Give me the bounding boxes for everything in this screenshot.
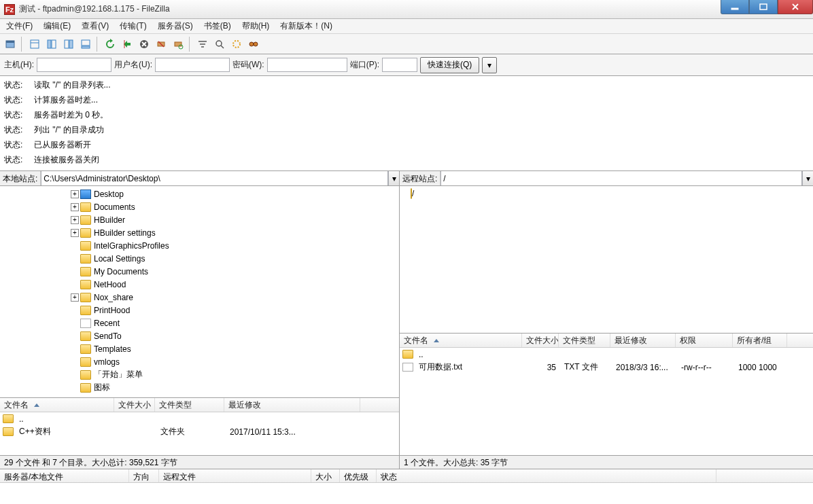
tree-expander[interactable]: +: [71, 216, 79, 224]
tree-node[interactable]: Documents: [94, 202, 135, 212]
site-manager-icon[interactable]: [3, 37, 18, 52]
local-path-input[interactable]: [41, 171, 388, 185]
remote-file-list[interactable]: ..可用数据.txt35TXT 文件2018/3/3 16:...-rw-r--…: [400, 348, 813, 455]
tree-expander: [71, 306, 79, 314]
username-label: 用户名(U):: [114, 59, 152, 71]
tree-node[interactable]: Recent: [94, 319, 120, 328]
file-row[interactable]: 可用数据.txt35TXT 文件2018/3/3 16:...-rw-r--r-…: [400, 361, 813, 374]
username-input[interactable]: [155, 58, 230, 72]
toggle-local-tree-icon[interactable]: [44, 37, 59, 52]
tree-expander[interactable]: +: [71, 190, 79, 198]
file-row[interactable]: ..: [400, 348, 813, 361]
disconnect-icon[interactable]: [154, 37, 169, 52]
menu-item[interactable]: 有新版本！(N): [277, 19, 336, 33]
remote-path-dropdown[interactable]: ▾: [802, 171, 813, 185]
tree-node[interactable]: vmlogs: [94, 357, 120, 367]
file-row[interactable]: C++资料文件夹2017/10/11 15:3...: [0, 425, 399, 438]
toggle-queue-icon[interactable]: [78, 37, 93, 52]
quick-connect-button[interactable]: 快速连接(Q): [420, 57, 479, 73]
column-header[interactable]: 文件大小: [114, 398, 155, 412]
host-label: 主机(H):: [4, 59, 34, 71]
tree-expander: [71, 358, 79, 366]
column-header[interactable]: 优先级: [340, 469, 377, 482]
tree-node[interactable]: IntelGraphicsProfiles: [94, 241, 169, 251]
log-label: 状态:: [4, 107, 24, 122]
tree-node[interactable]: Templates: [94, 344, 131, 354]
tree-node[interactable]: 图标: [94, 382, 110, 393]
search-icon[interactable]: [212, 37, 227, 52]
tree-node[interactable]: HBuilder: [94, 215, 125, 225]
menu-item[interactable]: 编辑(E): [40, 19, 74, 33]
remote-path-input[interactable]: [440, 171, 802, 185]
process-queue-icon[interactable]: [120, 37, 135, 52]
tree-expander: [71, 242, 79, 250]
menu-item[interactable]: 传输(T): [116, 19, 150, 33]
menu-item[interactable]: 查看(V): [78, 19, 112, 33]
remote-list-header[interactable]: 文件名文件大小文件类型最近修改权限所有者/组: [400, 334, 813, 348]
filter-icon[interactable]: [195, 37, 210, 52]
column-header[interactable]: 所有者/组: [733, 334, 787, 347]
remote-root-node[interactable]: /: [412, 189, 414, 198]
menu-item[interactable]: 文件(F): [3, 19, 36, 33]
column-header[interactable]: 权限: [676, 334, 733, 347]
local-list-header[interactable]: 文件名文件大小文件类型最近修改: [0, 398, 399, 412]
local-site-bar: 本地站点: ▾: [0, 171, 399, 186]
tree-node[interactable]: Local Settings: [94, 254, 145, 264]
column-header[interactable]: 最近修改: [610, 334, 676, 347]
column-header[interactable]: 方向: [129, 469, 159, 482]
tree-node[interactable]: NetHood: [94, 280, 126, 289]
column-header[interactable]: 远程文件: [159, 469, 311, 482]
maximize-button[interactable]: [749, 0, 778, 14]
refresh-icon[interactable]: [103, 37, 118, 52]
file-icon: [402, 350, 413, 359]
menu-item[interactable]: 服务器(S): [154, 19, 196, 33]
file-row[interactable]: ..: [0, 412, 399, 425]
password-input[interactable]: [267, 58, 347, 72]
column-header[interactable]: 文件名: [400, 334, 522, 347]
remote-directory-tree[interactable]: /: [400, 186, 813, 334]
transfer-queue-header[interactable]: 服务器/本地文件方向远程文件大小优先级状态: [0, 469, 813, 483]
local-directory-tree[interactable]: +Desktop+Documents+HBuilder+HBuilder set…: [0, 186, 399, 398]
tree-node[interactable]: 「开始」菜单: [94, 369, 143, 380]
tree-expander: [71, 255, 79, 263]
tree-node[interactable]: My Documents: [94, 267, 148, 276]
tree-node[interactable]: Desktop: [94, 190, 124, 199]
column-header[interactable]: 文件大小: [522, 334, 559, 347]
local-file-list[interactable]: ..C++资料文件夹2017/10/11 15:3...: [0, 412, 399, 455]
menu-item[interactable]: 帮助(H): [239, 19, 273, 33]
toggle-log-icon[interactable]: [27, 37, 42, 52]
minimize-button[interactable]: [721, 0, 749, 14]
column-header[interactable]: 文件类型: [155, 398, 224, 412]
column-header[interactable]: 最近修改: [224, 398, 360, 412]
folder-icon: [80, 254, 91, 264]
host-input[interactable]: [37, 58, 111, 72]
tree-node[interactable]: PrintHood: [94, 306, 130, 315]
column-header[interactable]: 服务器/本地文件: [0, 469, 129, 482]
local-path-dropdown[interactable]: ▾: [388, 171, 399, 185]
folder-icon: [3, 414, 14, 423]
column-header[interactable]: 文件类型: [559, 334, 610, 347]
column-header[interactable]: 文件名: [0, 398, 114, 412]
folder-icon: [3, 427, 14, 436]
menu-item[interactable]: 书签(B): [201, 19, 235, 33]
close-button[interactable]: [778, 0, 813, 14]
column-header[interactable]: 大小: [311, 469, 340, 482]
title-bar: Fz 测试 - ftpadmin@192.168.1.175 - FileZil…: [0, 0, 813, 19]
svg-rect-3: [6, 41, 14, 43]
toggle-remote-tree-icon[interactable]: [61, 37, 76, 52]
port-input[interactable]: [382, 58, 417, 72]
log-message: 列出 "/" 的目录成功: [34, 122, 104, 137]
tree-expander[interactable]: +: [71, 203, 79, 211]
compare-icon[interactable]: [229, 37, 244, 52]
column-header[interactable]: 状态: [377, 469, 716, 482]
binoculars-icon[interactable]: [246, 37, 261, 52]
reconnect-icon[interactable]: [171, 37, 186, 52]
folder-icon: [80, 280, 91, 289]
tree-expander[interactable]: +: [71, 293, 79, 302]
tree-node[interactable]: HBuilder settings: [94, 228, 156, 238]
quick-connect-dropdown[interactable]: ▾: [482, 57, 497, 73]
tree-node[interactable]: Nox_share: [94, 293, 133, 302]
tree-node[interactable]: SendTo: [94, 331, 122, 341]
cancel-icon[interactable]: [137, 37, 152, 52]
tree-expander[interactable]: +: [71, 229, 79, 237]
